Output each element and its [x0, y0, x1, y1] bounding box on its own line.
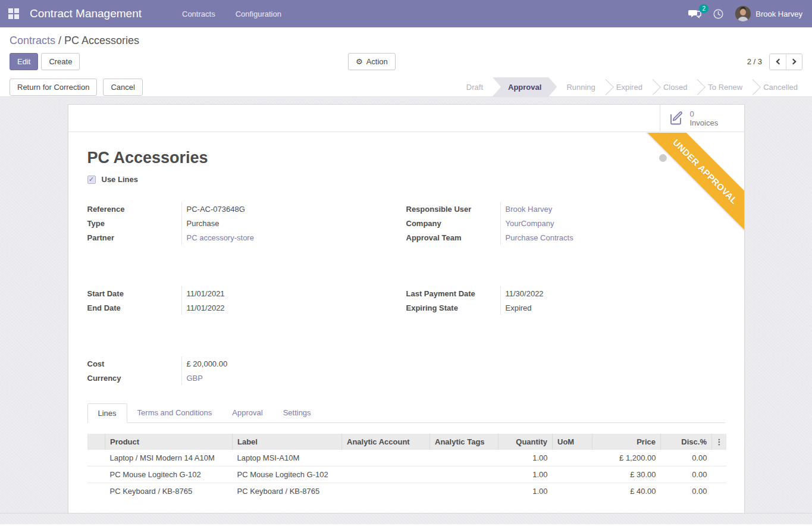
handle-column-header: [87, 434, 105, 450]
line-row[interactable]: PC Keyboard / KB-8765 PC Keyboard / KB-8…: [87, 483, 726, 500]
breadcrumb-parent-link[interactable]: Contracts: [10, 35, 55, 46]
cell-analytic-tags[interactable]: [430, 466, 499, 483]
action-button[interactable]: ⚙ Action: [348, 53, 396, 70]
cell-quantity[interactable]: 1.00: [499, 450, 553, 466]
use-lines-field: ✓ Use Lines: [87, 175, 725, 184]
cell-analytic-account[interactable]: [342, 450, 430, 466]
cell-quantity[interactable]: 1.00: [499, 466, 553, 483]
field-group-cost: Cost £ 20,000.00 Currency GBP: [87, 356, 725, 385]
optional-columns-toggle-icon[interactable]: ⋮: [712, 434, 726, 450]
responsible-user-label: Responsible User: [406, 205, 500, 214]
type-label: Type: [87, 219, 181, 228]
use-lines-label: Use Lines: [102, 175, 138, 184]
currency-label: Currency: [87, 374, 181, 383]
company-value: YourCompany: [500, 216, 725, 230]
cell-product[interactable]: Laptop / MSI Modern 14 A10M: [105, 450, 233, 466]
pager-previous-button[interactable]: [770, 54, 786, 70]
user-menu[interactable]: Brook Harvey: [735, 6, 802, 21]
uom-column-header: UoM: [553, 434, 592, 450]
cell-analytic-tags[interactable]: [430, 450, 499, 466]
navbar-menus: Contracts Configuration: [175, 6, 289, 22]
menu-configuration[interactable]: Configuration: [228, 6, 289, 22]
use-lines-checkbox[interactable]: ✓: [87, 176, 96, 184]
create-button[interactable]: Create: [41, 53, 80, 70]
start-date-value: 11/01/2021: [181, 286, 406, 300]
end-date-value: 11/01/2022: [181, 300, 406, 315]
expiring-state-label: Expiring State: [406, 303, 500, 312]
activity-clock-icon[interactable]: [713, 9, 723, 19]
user-name: Brook Harvey: [755, 10, 802, 18]
field-group-main: Reference PC-AC-073648G Type Purchase Pa…: [87, 202, 725, 245]
cell-disc[interactable]: 0.00: [661, 450, 712, 466]
last-payment-date-label: Last Payment Date: [406, 289, 500, 298]
cell-price[interactable]: £ 40.00: [592, 483, 661, 500]
cell-label[interactable]: PC Mouse Logitech G-102: [233, 466, 342, 483]
chevron-right-icon: [791, 59, 797, 65]
approval-team-label: Approval Team: [406, 233, 500, 242]
cell-quantity[interactable]: 1.00: [499, 483, 553, 500]
line-row[interactable]: Laptop / MSI Modern 14 A10M Laptop MSI-A…: [87, 450, 726, 466]
cost-value: £ 20,000.00: [181, 356, 406, 371]
currency-value: GBP: [181, 371, 406, 385]
invoices-stat-button[interactable]: 0 Invoices: [660, 105, 744, 132]
tab-approval[interactable]: Approval: [222, 403, 272, 422]
analytic-tags-column-header: Analytic Tags: [430, 434, 499, 450]
row-handle: [87, 450, 105, 466]
cell-label[interactable]: PC Keyboard / KB-8765: [233, 483, 342, 500]
cell-analytic-tags[interactable]: [430, 483, 499, 500]
step-approval[interactable]: Approval: [493, 77, 557, 96]
cancel-button[interactable]: Cancel: [103, 79, 142, 96]
cell-uom[interactable]: [553, 466, 592, 483]
cell-product[interactable]: PC Mouse Logitech G-102: [105, 466, 233, 483]
reference-label: Reference: [87, 205, 181, 214]
top-navbar: Contract Management Contracts Configurat…: [0, 0, 812, 27]
step-draft[interactable]: Draft: [457, 77, 493, 96]
cell-disc[interactable]: 0.00: [661, 483, 712, 500]
tab-terms-and-conditions[interactable]: Terms and Conditions: [127, 403, 222, 422]
cost-label: Cost: [87, 359, 181, 368]
edit-button[interactable]: Edit: [10, 53, 38, 70]
navbar-right: 2 Brook Harvey: [688, 6, 812, 21]
step-cancelled[interactable]: Cancelled: [754, 77, 807, 96]
disc-column-header: Disc.%: [661, 434, 712, 450]
pager-next-button[interactable]: [786, 54, 802, 70]
apps-grid-icon: [8, 8, 19, 19]
status-steps: Draft Approval Running Expired Closed To…: [457, 77, 807, 96]
cell-disc[interactable]: 0.00: [661, 466, 712, 483]
control-buttons-row: Edit Create ⚙ Action 2 / 3: [0, 47, 812, 77]
expiring-state-value: Expired: [500, 300, 725, 315]
partner-value: PC accessory-store: [181, 230, 406, 245]
cell-price[interactable]: £ 30.00: [592, 466, 661, 483]
row-handle: [87, 483, 105, 500]
tab-settings[interactable]: Settings: [273, 403, 321, 422]
cell-price[interactable]: £ 1,200.00: [592, 450, 661, 466]
pager: 2 / 3: [747, 54, 802, 70]
user-avatar: [735, 6, 751, 21]
control-panel: Contracts / PC Accessories Edit Create ⚙…: [0, 27, 812, 77]
responsible-user-value: Brook Harvey: [500, 202, 725, 216]
menu-contracts[interactable]: Contracts: [175, 6, 222, 22]
statusbar: Return for Correction Cancel Draft Appro…: [0, 77, 812, 97]
end-date-label: End Date: [87, 303, 181, 312]
tab-lines[interactable]: Lines: [87, 403, 127, 423]
last-payment-date-value: 11/30/2022: [500, 286, 725, 300]
cell-label[interactable]: Laptop MSI-A10M: [233, 450, 342, 466]
app-title[interactable]: Contract Management: [30, 7, 142, 20]
cell-analytic-account[interactable]: [342, 466, 430, 483]
analytic-account-column-header: Analytic Account: [342, 434, 430, 450]
cell-analytic-account[interactable]: [342, 483, 430, 500]
messages-count-badge: 2: [699, 4, 708, 13]
cell-product[interactable]: PC Keyboard / KB-8765: [105, 483, 233, 500]
kanban-state-dot[interactable]: [659, 154, 667, 162]
pager-value: 2 / 3: [747, 57, 762, 66]
sheet-header: 0 Invoices: [68, 105, 744, 132]
line-row[interactable]: PC Mouse Logitech G-102 PC Mouse Logitec…: [87, 466, 726, 483]
lines-header-row: Product Label Analytic Account Analytic …: [87, 434, 726, 450]
cell-uom[interactable]: [553, 450, 592, 466]
apps-menu-button[interactable]: [0, 0, 27, 27]
breadcrumb-current: PC Accessories: [64, 35, 139, 46]
type-value: Purchase: [181, 216, 406, 230]
messages-button[interactable]: 2: [688, 8, 701, 19]
return-for-correction-button[interactable]: Return for Correction: [10, 79, 97, 96]
cell-uom[interactable]: [553, 483, 592, 500]
